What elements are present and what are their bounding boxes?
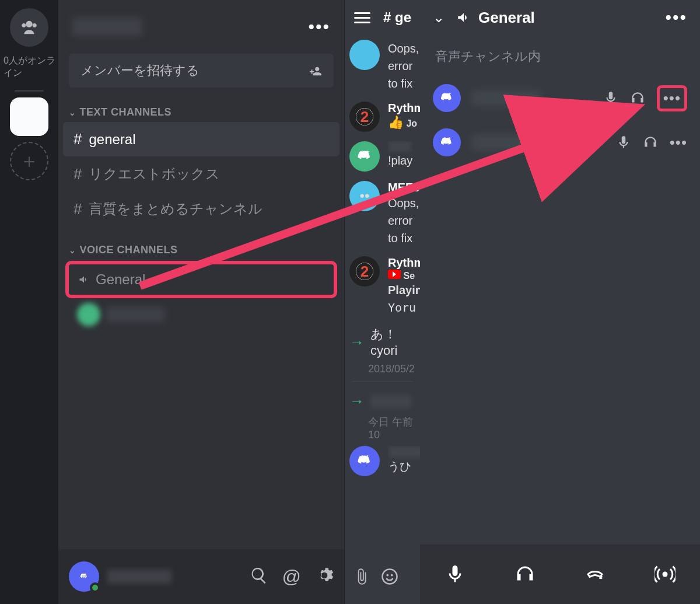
- discord-icon: [79, 572, 89, 581]
- invite-bar[interactable]: メンバーを招待する: [69, 54, 334, 88]
- mic-icon[interactable]: [616, 135, 631, 150]
- annotation-highlight-voice: General: [65, 261, 337, 298]
- chevron-down-icon: ⌄: [69, 108, 76, 117]
- voice-channel-user-1[interactable]: •••: [420, 76, 700, 120]
- avatar: [433, 84, 461, 112]
- hash-icon: #: [74, 165, 82, 183]
- avatar: [433, 128, 461, 156]
- svg-point-2: [391, 574, 393, 577]
- server-divider: [15, 90, 44, 92]
- channel-matome[interactable]: # 言質をまとめるチャンネル: [63, 191, 340, 226]
- voice-channel-user-2[interactable]: •••: [420, 120, 700, 165]
- broadcast-icon[interactable]: [654, 564, 676, 585]
- voice-status-label: 音声チャンネル内: [420, 35, 700, 76]
- server-icon-home[interactable]: [10, 8, 48, 47]
- avatar[interactable]: ••: [349, 181, 380, 211]
- invite-label: メンバーを招待する: [80, 62, 200, 79]
- attachment-icon[interactable]: [353, 568, 370, 585]
- message: 2 Rythm 👍 Jo: [345, 97, 420, 137]
- voice-channel-general[interactable]: General: [69, 266, 155, 294]
- discord-icon: [439, 135, 454, 150]
- voice-user-name: [471, 90, 541, 106]
- avatar[interactable]: 2: [349, 102, 380, 132]
- timestamp: 今日 午前10: [345, 415, 420, 441]
- more-icon[interactable]: •••: [665, 8, 687, 27]
- mid-header: # ge: [345, 0, 420, 35]
- voice-channels-header[interactable]: ⌄ VOICE CHANNELS: [58, 238, 344, 260]
- people-icon: [19, 18, 39, 37]
- voice-channel-label: General: [96, 271, 145, 288]
- server-header[interactable]: •••: [58, 0, 344, 54]
- channel-title: # ge: [383, 9, 411, 26]
- svg-point-3: [663, 572, 668, 577]
- gear-icon[interactable]: [315, 566, 334, 585]
- server-list: 0人がオンライン ＋: [0, 0, 58, 604]
- channel-label: general: [89, 131, 135, 148]
- svg-point-1: [386, 574, 388, 577]
- voice-user-name: [106, 307, 164, 322]
- right-header: ⌄ General •••: [420, 0, 700, 35]
- mic-icon[interactable]: [603, 90, 618, 106]
- chat-input-bar: [345, 549, 420, 604]
- voice-control-bar: [420, 544, 700, 604]
- search-icon[interactable]: [250, 566, 268, 585]
- mention-icon[interactable]: @: [282, 566, 301, 588]
- youtube-icon: [388, 270, 401, 279]
- speaker-icon: [78, 274, 90, 285]
- avatar[interactable]: [349, 446, 380, 476]
- arrow-right-icon: →: [349, 333, 365, 351]
- avatar[interactable]: [349, 141, 380, 172]
- voice-channel-title: General: [478, 9, 535, 27]
- channel-request[interactable]: # リクエストボックス: [63, 156, 340, 191]
- message: !play: [345, 137, 420, 176]
- user-name: [107, 570, 172, 584]
- status-online-icon: [90, 582, 100, 593]
- divider: [352, 381, 413, 382]
- channel-label: 言質をまとめるチャンネル: [89, 200, 262, 218]
- message: うひ: [345, 441, 420, 481]
- headphones-icon[interactable]: [514, 564, 536, 585]
- channel-general[interactable]: # general: [63, 122, 340, 156]
- server-more-icon[interactable]: •••: [308, 17, 330, 37]
- blur-text: [370, 395, 411, 408]
- hash-icon: #: [74, 130, 82, 148]
- avatar: [77, 303, 100, 326]
- message: Oops, error to fix: [345, 35, 420, 97]
- headphones-icon[interactable]: [643, 135, 658, 150]
- server-icon-active[interactable]: [10, 97, 48, 136]
- chevron-down-icon[interactable]: ⌄: [433, 9, 444, 26]
- voice-user-name: [471, 134, 565, 151]
- voice-user[interactable]: [77, 299, 344, 330]
- hangup-icon[interactable]: [584, 564, 606, 585]
- mic-icon[interactable]: [444, 564, 466, 585]
- user-more-icon[interactable]: •••: [670, 134, 687, 152]
- avatar[interactable]: 2: [349, 256, 380, 287]
- thumbs-up-icon: 👍: [388, 115, 404, 130]
- add-server-button[interactable]: ＋: [10, 142, 48, 180]
- author-blur: [388, 141, 411, 152]
- server-name: [72, 18, 142, 36]
- user-bar: @: [58, 549, 344, 604]
- speaker-icon: [456, 10, 471, 25]
- invite-add-icon: [309, 63, 322, 78]
- menu-button[interactable]: [354, 12, 370, 23]
- annotation-highlight-more: •••: [657, 85, 687, 111]
- chevron-down-icon: ⌄: [69, 246, 76, 255]
- user-avatar[interactable]: [69, 561, 99, 592]
- avatar[interactable]: [349, 40, 380, 70]
- online-count: 0人がオンライン: [0, 53, 58, 89]
- discord-icon: [439, 90, 454, 106]
- author-blur: [388, 446, 420, 458]
- channel-label: リクエストボックス: [89, 165, 220, 183]
- text-channels-header[interactable]: ⌄ TEXT CHANNELS: [58, 100, 344, 122]
- message: •• MEE6 Oops, error to fix: [345, 176, 420, 252]
- system-message: →: [345, 387, 420, 415]
- emoji-icon[interactable]: [381, 568, 398, 585]
- user-more-icon[interactable]: •••: [663, 89, 681, 107]
- timestamp: 2018/05/2: [345, 363, 420, 375]
- arrow-right-icon: →: [349, 392, 365, 410]
- headphones-icon[interactable]: [630, 90, 645, 106]
- hash-icon: #: [74, 200, 82, 218]
- svg-point-0: [383, 570, 397, 584]
- message: 2 Rythm Se Playin Yoru: [345, 252, 420, 321]
